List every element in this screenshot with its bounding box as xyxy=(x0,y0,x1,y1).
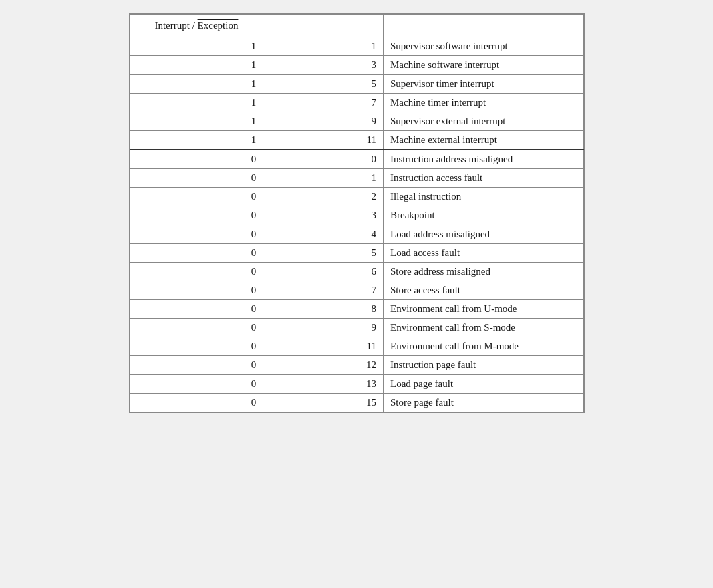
description-value: Machine software interrupt xyxy=(383,56,583,75)
interrupt-value: 0 xyxy=(130,300,263,319)
exception-row: 0 3 Breakpoint xyxy=(130,206,583,225)
interrupt-value: 0 xyxy=(130,188,263,206)
interrupt-row: 1 1 Supervisor software interrupt xyxy=(130,37,583,56)
interrupt-value: 0 xyxy=(130,244,263,263)
exception-code-value: 11 xyxy=(263,131,384,150)
description-value: Instruction page fault xyxy=(383,356,583,375)
mcause-table: Interrupt / Exception 1 xyxy=(130,14,584,412)
interrupt-value: 1 xyxy=(130,94,263,112)
exception-overline: Exception xyxy=(198,20,239,31)
description-value: Breakpoint xyxy=(383,206,583,225)
interrupt-value: 0 xyxy=(130,319,263,337)
exception-row: 0 6 Store address misaligned xyxy=(130,263,583,281)
exception-code-value: 12 xyxy=(263,356,384,375)
interrupt-value: 1 xyxy=(130,112,263,131)
interrupt-value: 0 xyxy=(130,394,263,412)
table-container: Interrupt / Exception 1 xyxy=(129,13,585,413)
description-value: Load address misaligned xyxy=(383,225,583,244)
interrupt-value: 1 xyxy=(130,131,263,150)
interrupt-value: 0 xyxy=(130,281,263,300)
interrupt-value: 1 xyxy=(130,56,263,75)
description-value: Instruction address misaligned xyxy=(383,150,583,169)
exception-code-value: 8 xyxy=(263,300,384,319)
exception-row: 0 13 Load page fault xyxy=(130,375,583,394)
interrupt-value: 0 xyxy=(130,150,263,169)
description-value: Store address misaligned xyxy=(383,263,583,281)
interrupt-value: 0 xyxy=(130,375,263,394)
exception-code-value: 4 xyxy=(263,225,384,244)
interrupt-value: 0 xyxy=(130,263,263,281)
interrupt-value: 0 xyxy=(130,169,263,188)
description-value: Instruction access fault xyxy=(383,169,583,188)
exception-row: 0 1 Instruction access fault xyxy=(130,169,583,188)
description-value: Supervisor software interrupt xyxy=(383,37,583,56)
exception-code-value: 13 xyxy=(263,375,384,394)
col-header-description xyxy=(383,15,583,37)
exception-code-value: 7 xyxy=(263,281,384,300)
exception-code-value: 9 xyxy=(263,319,384,337)
exception-code-value: 7 xyxy=(263,94,384,112)
exception-row: 0 4 Load address misaligned xyxy=(130,225,583,244)
description-value: Environment call from M-mode xyxy=(383,337,583,356)
exception-code-value: 2 xyxy=(263,188,384,206)
exception-code-value: 6 xyxy=(263,263,384,281)
exception-row: 0 0 Instruction address misaligned xyxy=(130,150,583,169)
interrupt-row: 1 5 Supervisor timer interrupt xyxy=(130,75,583,94)
interrupt-value: 1 xyxy=(130,37,263,56)
col-header-code xyxy=(263,15,384,37)
table-body: 1 1 Supervisor software interrupt 1 3 Ma… xyxy=(130,37,583,412)
exception-code-value: 1 xyxy=(263,37,384,56)
exception-row: 0 5 Load access fault xyxy=(130,244,583,263)
exception-code-value: 0 xyxy=(263,150,384,169)
description-value: Environment call from S-mode xyxy=(383,319,583,337)
exception-code-value: 5 xyxy=(263,75,384,94)
col-header-interrupt: Interrupt / Exception xyxy=(130,15,263,37)
description-value: Environment call from U-mode xyxy=(383,300,583,319)
exception-code-value: 1 xyxy=(263,169,384,188)
exception-code-value: 9 xyxy=(263,112,384,131)
interrupt-value: 1 xyxy=(130,75,263,94)
exception-row: 0 12 Instruction page fault xyxy=(130,356,583,375)
description-value: Supervisor external interrupt xyxy=(383,112,583,131)
interrupt-row: 1 11 Machine external interrupt xyxy=(130,131,583,150)
exception-code-value: 3 xyxy=(263,206,384,225)
interrupt-row: 1 3 Machine software interrupt xyxy=(130,56,583,75)
interrupt-row: 1 7 Machine timer interrupt xyxy=(130,94,583,112)
interrupt-value: 0 xyxy=(130,337,263,356)
exception-row: 0 15 Store page fault xyxy=(130,394,583,412)
description-value: Store access fault xyxy=(383,281,583,300)
exception-row: 0 11 Environment call from M-mode xyxy=(130,337,583,356)
header-row: Interrupt / Exception xyxy=(130,15,583,37)
interrupt-row: 1 9 Supervisor external interrupt xyxy=(130,112,583,131)
description-value: Load access fault xyxy=(383,244,583,263)
exception-code-value: 5 xyxy=(263,244,384,263)
description-value: Load page fault xyxy=(383,375,583,394)
exception-code-value: 11 xyxy=(263,337,384,356)
exception-row: 0 2 Illegal instruction xyxy=(130,188,583,206)
description-value: Machine external interrupt xyxy=(383,131,583,150)
interrupt-value: 0 xyxy=(130,356,263,375)
exception-code-value: 3 xyxy=(263,56,384,75)
exception-row: 0 9 Environment call from S-mode xyxy=(130,319,583,337)
exception-row: 0 7 Store access fault xyxy=(130,281,583,300)
description-value: Illegal instruction xyxy=(383,188,583,206)
description-value: Machine timer interrupt xyxy=(383,94,583,112)
interrupt-exception-label: Interrupt / Exception xyxy=(138,20,255,31)
description-value: Supervisor timer interrupt xyxy=(383,75,583,94)
exception-row: 0 8 Environment call from U-mode xyxy=(130,300,583,319)
interrupt-value: 0 xyxy=(130,225,263,244)
interrupt-value: 0 xyxy=(130,206,263,225)
description-value: Store page fault xyxy=(383,394,583,412)
exception-code-value: 15 xyxy=(263,394,384,412)
